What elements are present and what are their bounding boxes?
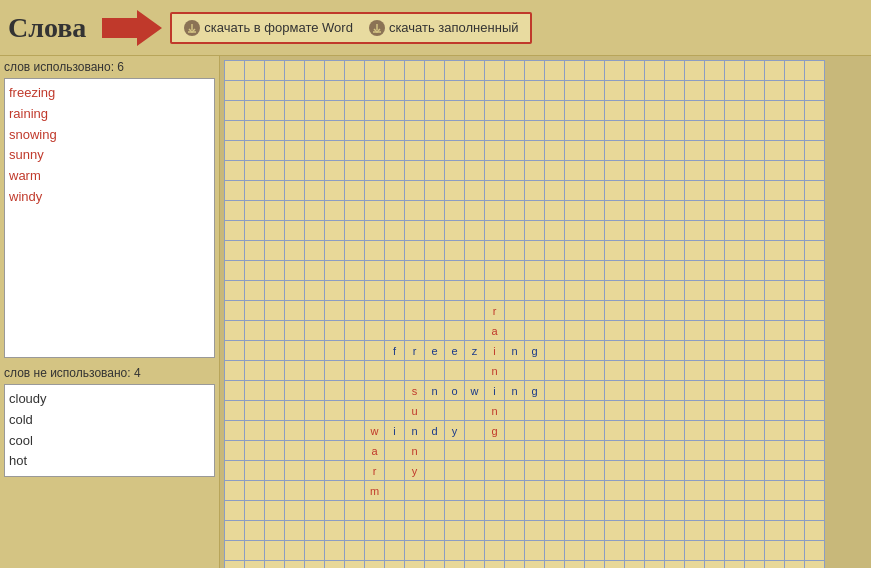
grid-cell: [425, 441, 445, 461]
grid-cell: [285, 321, 305, 341]
grid-cell: [625, 381, 645, 401]
grid-cell: [285, 81, 305, 101]
grid-cell: [625, 321, 645, 341]
grid-cell: [405, 141, 425, 161]
grid-cell: [665, 321, 685, 341]
grid-cell: [505, 261, 525, 281]
grid-cell: [505, 421, 525, 441]
grid-cell: [445, 561, 465, 568]
grid-cell: [685, 521, 705, 541]
grid-cell: [625, 301, 645, 321]
grid-cell: [385, 221, 405, 241]
grid-cell: [305, 101, 325, 121]
grid-cell: [425, 481, 445, 501]
grid-cell: [605, 461, 625, 481]
grid-cell: [405, 281, 425, 301]
grid-cell: [685, 561, 705, 568]
grid-cell: [345, 181, 365, 201]
grid-cell: [545, 501, 565, 521]
page-title: Слова: [8, 12, 86, 44]
grid-cell: [225, 441, 245, 461]
grid-cell: i: [485, 381, 505, 401]
grid-cell: [345, 141, 365, 161]
grid-cell: [485, 541, 505, 561]
grid-cell: [705, 461, 725, 481]
grid-cell: [445, 61, 465, 81]
grid-cell: [805, 221, 825, 241]
grid-cell: [685, 401, 705, 421]
grid-cell: [705, 281, 725, 301]
grid-cell: [405, 481, 425, 501]
grid-cell: [345, 541, 365, 561]
grid-cell: [805, 401, 825, 421]
grid-cell: [645, 561, 665, 568]
grid-cell: [625, 441, 645, 461]
grid-cell: [725, 521, 745, 541]
grid-cell: [605, 101, 625, 121]
grid-cell: [305, 561, 325, 568]
grid-cell: [805, 101, 825, 121]
grid-cell: [305, 281, 325, 301]
grid-cell: [485, 181, 505, 201]
grid-cell: a: [485, 321, 505, 341]
grid-cell: [785, 341, 805, 361]
grid-cell: [625, 341, 645, 361]
grid-cell: [765, 261, 785, 281]
grid-cell: [265, 441, 285, 461]
grid-cell: [745, 101, 765, 121]
grid-cell: [445, 101, 465, 121]
download-word-button[interactable]: скачать в формате Word: [184, 20, 353, 36]
grid-cell: [345, 481, 365, 501]
grid-cell: [545, 421, 565, 441]
grid-cell: [565, 261, 585, 281]
grid-cell: [765, 561, 785, 568]
grid-cell: [625, 421, 645, 441]
grid-cell: [365, 301, 385, 321]
grid-cell: [485, 81, 505, 101]
grid-cell: [245, 61, 265, 81]
grid-cell: [245, 121, 265, 141]
grid-cell: [265, 101, 285, 121]
grid-cell: [425, 101, 445, 121]
grid-cell: [645, 481, 665, 501]
grid-cell: [625, 201, 645, 221]
words-used-list: freezing raining snowing sunny warm wind…: [4, 78, 215, 358]
grid-cell: [665, 501, 685, 521]
grid-cell: [585, 101, 605, 121]
download-word-label: скачать в формате Word: [204, 20, 353, 35]
grid-cell: [425, 181, 445, 201]
grid-cell: [565, 81, 585, 101]
grid-cell: [225, 521, 245, 541]
grid-cell: [805, 421, 825, 441]
grid-cell: [685, 241, 705, 261]
grid-cell: [225, 381, 245, 401]
grid-cell: [625, 241, 645, 261]
grid-cell: [405, 361, 425, 381]
grid-cell: [765, 241, 785, 261]
grid-cell: d: [425, 421, 445, 441]
grid-cell: [425, 81, 445, 101]
download-filled-button[interactable]: скачать заполненный: [369, 20, 519, 36]
grid-cell: [425, 61, 445, 81]
grid-cell: [625, 541, 645, 561]
grid-cell: [565, 501, 585, 521]
grid-cell: [425, 201, 445, 221]
grid-cell: [785, 481, 805, 501]
grid-cell: [445, 281, 465, 301]
list-item: snowing: [9, 125, 210, 146]
grid-cell: [565, 161, 585, 181]
grid-cell: [705, 141, 725, 161]
grid-cell: [265, 361, 285, 381]
grid-cell: [645, 81, 665, 101]
grid-cell: [725, 61, 745, 81]
list-item: cool: [9, 431, 210, 452]
grid-cell: [305, 541, 325, 561]
grid-cell: [325, 201, 345, 221]
grid-cell: [385, 201, 405, 221]
grid-cell: [785, 161, 805, 181]
grid-cell: [605, 281, 625, 301]
grid-cell: [425, 241, 445, 261]
grid-cell: [385, 541, 405, 561]
grid-cell: [705, 261, 725, 281]
grid-cell: [685, 461, 705, 481]
